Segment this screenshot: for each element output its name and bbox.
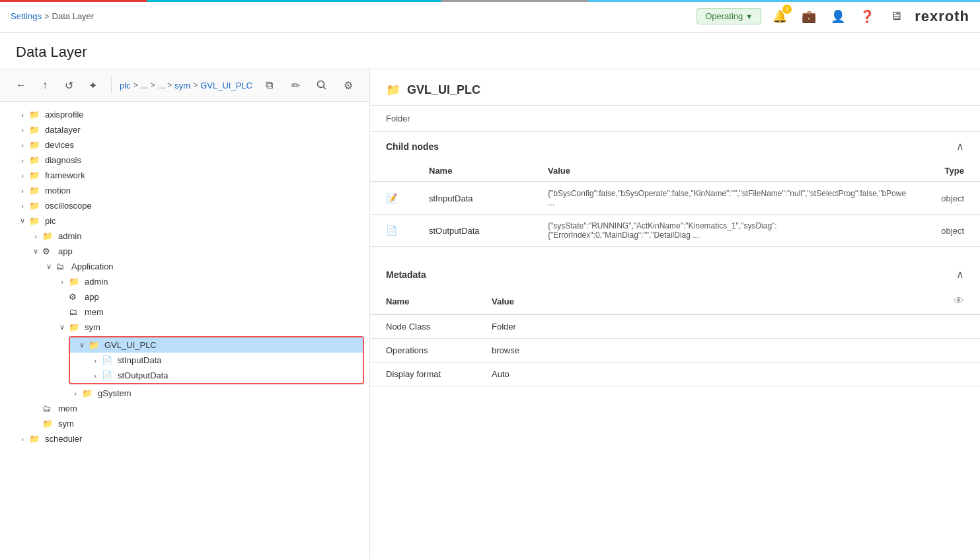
folder-icon: 📁 bbox=[29, 110, 41, 120]
app-folder-icon: 🗂 bbox=[56, 262, 67, 271]
col-type: Type bbox=[925, 160, 980, 182]
operating-button[interactable]: Operating ▼ bbox=[697, 8, 761, 24]
meta-label: Operations bbox=[370, 339, 476, 363]
path-dots1[interactable]: ... bbox=[141, 81, 148, 90]
tree-item-application[interactable]: ∨ 🗂 Application bbox=[0, 259, 369, 274]
left-panel: ← ↑ ↺ ✦ plc > ... > ... > sym > GVL_UI_P… bbox=[0, 69, 370, 559]
tree-label: mem bbox=[58, 403, 77, 413]
tree-label: framework bbox=[45, 170, 85, 180]
chevron-icon: › bbox=[16, 172, 29, 180]
tree-label: motion bbox=[45, 186, 71, 195]
refresh-button[interactable]: ↺ bbox=[58, 75, 79, 96]
metadata-toggle[interactable]: ∧ bbox=[956, 268, 964, 281]
child-nodes-table: Name Value Type 📝 stInputData {"bSysConf… bbox=[370, 160, 980, 247]
tree-item-datalayer[interactable]: › 📁 datalayer bbox=[0, 122, 369, 137]
chevron-icon: › bbox=[89, 357, 102, 365]
tree-label: plc bbox=[45, 216, 56, 226]
up-button[interactable]: ↑ bbox=[34, 75, 56, 96]
tree-item-framework[interactable]: › 📁 framework bbox=[0, 168, 369, 183]
tree-item-GVL_UI_PLC[interactable]: ∨ 📁 GVL_UI_PLC bbox=[70, 337, 363, 353]
table-row[interactable]: 📝 stInputData {"bSysConfig":false,"bSysO… bbox=[370, 182, 980, 215]
folder-icon: 📁 bbox=[82, 388, 94, 398]
folder-icon: 📁 bbox=[29, 186, 41, 195]
copy-button[interactable]: ⧉ bbox=[258, 75, 280, 96]
chevron-icon: › bbox=[16, 202, 29, 210]
breadcrumb-settings[interactable]: Settings bbox=[11, 11, 42, 21]
tree-label: scheduler bbox=[45, 434, 82, 444]
chevron-icon: › bbox=[16, 126, 29, 134]
settings-icon-button[interactable]: ⚙ bbox=[338, 75, 359, 96]
tree-label: datalayer bbox=[45, 125, 80, 135]
tree-item-sym2[interactable]: › 📁 sym bbox=[0, 416, 369, 431]
sparkle-button[interactable]: ✦ bbox=[82, 75, 103, 96]
tree-label: stInputData bbox=[118, 355, 162, 365]
chevron-icon: › bbox=[16, 157, 29, 164]
tree-item-stOutputData[interactable]: › 📄 stOutputData bbox=[70, 368, 363, 383]
tree-label: gSystem bbox=[98, 388, 132, 398]
help-button[interactable]: ❓ bbox=[856, 6, 878, 27]
tree-item-admin2[interactable]: › 📁 admin bbox=[0, 274, 369, 289]
chevron-icon: › bbox=[16, 111, 29, 119]
page-header: Data Layer bbox=[0, 33, 980, 69]
chevron-icon: › bbox=[56, 278, 69, 286]
metadata-row: Operations browse bbox=[370, 339, 980, 363]
tree-item-axisprofile[interactable]: › 📁 axisprofile bbox=[0, 107, 369, 122]
detail-header: 📁 GVL_UI_PLC bbox=[370, 69, 980, 106]
tree-item-motion[interactable]: › 📁 motion bbox=[0, 183, 369, 198]
metadata-section-header: Metadata ∧ bbox=[370, 260, 980, 289]
meta-col-value: Value bbox=[476, 289, 938, 314]
search-icon-button[interactable] bbox=[311, 75, 332, 96]
tree-label: sym bbox=[85, 322, 100, 332]
tree-item-mem2[interactable]: › 🗂 mem bbox=[0, 401, 369, 416]
detail-type-label: Folder bbox=[370, 106, 980, 132]
tree-item-app2[interactable]: › ⚙ app bbox=[0, 289, 369, 304]
tree-label: diagnosis bbox=[45, 155, 81, 165]
row-name: stInputData bbox=[413, 182, 532, 215]
tree-item-devices[interactable]: › 📁 devices bbox=[0, 137, 369, 153]
meta-col-name: Name bbox=[370, 289, 476, 314]
display-button[interactable]: 🖥 bbox=[886, 6, 907, 27]
path-plc[interactable]: plc bbox=[120, 81, 131, 90]
tree-item-plc[interactable]: ∨ 📁 plc bbox=[0, 213, 369, 228]
edit-button[interactable]: ✏ bbox=[285, 75, 306, 96]
chevron-icon: › bbox=[16, 141, 29, 149]
row-type: object bbox=[925, 215, 980, 247]
tree-container[interactable]: › 📁 axisprofile › 📁 datalayer › 📁 device… bbox=[0, 102, 369, 559]
tree-item-app[interactable]: ∨ ⚙ app bbox=[0, 244, 369, 259]
chevron-icon: › bbox=[89, 372, 102, 380]
file-icon: 📝 bbox=[386, 193, 397, 203]
tree-item-oscilloscope[interactable]: › 📁 oscilloscope bbox=[0, 198, 369, 213]
tree-item-mem[interactable]: › 🗂 mem bbox=[0, 304, 369, 320]
tree-item-gSystem[interactable]: › 📁 gSystem bbox=[0, 386, 369, 401]
detail-folder-icon: 📁 bbox=[386, 83, 400, 97]
path-dots2[interactable]: ... bbox=[158, 81, 165, 90]
path-sep1: > bbox=[133, 81, 138, 90]
tree-item-sym[interactable]: ∨ 📁 sym bbox=[0, 320, 369, 335]
meta-col-action: 👁 bbox=[938, 289, 980, 314]
tree-item-scheduler[interactable]: › 📁 scheduler bbox=[0, 431, 369, 446]
tree-item-admin[interactable]: › 📁 admin bbox=[0, 228, 369, 244]
top-bar: Settings > Data Layer Operating ▼ 🔔 1 💼 … bbox=[0, 0, 980, 33]
user-button[interactable]: 👤 bbox=[827, 6, 848, 27]
tree-item-stInputData[interactable]: › 📄 stInputData bbox=[70, 353, 363, 368]
tree-label: app bbox=[85, 292, 99, 302]
tree-item-diagnosis[interactable]: › 📁 diagnosis bbox=[0, 153, 369, 168]
back-button[interactable]: ← bbox=[11, 75, 32, 96]
table-row[interactable]: 📄 stOutputData {"sysState":"RUNNING","Ac… bbox=[370, 215, 980, 247]
breadcrumb-current: Data Layer bbox=[52, 11, 94, 21]
main-content: ← ↑ ↺ ✦ plc > ... > ... > sym > GVL_UI_P… bbox=[0, 69, 980, 559]
chevron-icon: › bbox=[16, 187, 29, 195]
path-active[interactable]: GVL_UI_PLC bbox=[200, 81, 252, 90]
eye-icon[interactable]: 👁 bbox=[954, 295, 964, 306]
row-value: {"bSysConfig":false,"bSysOperate":false,… bbox=[532, 182, 925, 215]
metadata-row: Display format Auto bbox=[370, 363, 980, 386]
briefcase-button[interactable]: 💼 bbox=[798, 6, 819, 27]
tree-label: admin bbox=[85, 277, 108, 287]
path-sym[interactable]: sym bbox=[174, 81, 190, 90]
child-nodes-toggle[interactable]: ∧ bbox=[956, 140, 964, 153]
col-icon bbox=[370, 160, 413, 182]
tree-label: GVL_UI_PLC bbox=[104, 340, 157, 350]
folder-icon: 📁 bbox=[29, 216, 41, 226]
page-title: Data Layer bbox=[16, 44, 964, 61]
row-icon-cell: 📄 bbox=[370, 215, 413, 247]
